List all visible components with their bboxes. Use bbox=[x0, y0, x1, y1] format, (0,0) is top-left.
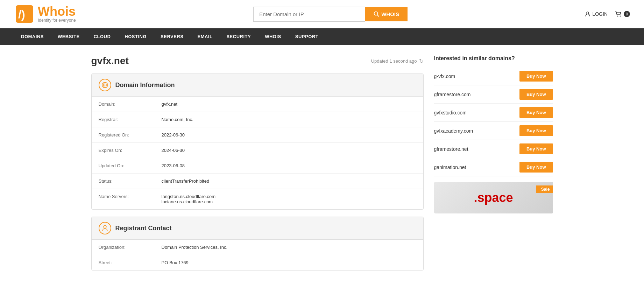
svg-point-5 bbox=[617, 16, 618, 17]
similar-domain-name-4: gframestore.net bbox=[434, 146, 468, 152]
sale-banner[interactable]: Sale .space bbox=[434, 182, 553, 213]
nav-item-security[interactable]: SECURITY bbox=[219, 28, 258, 45]
similar-domain-row-0: g-vfx.com Buy Now bbox=[434, 67, 553, 85]
globe-icon bbox=[101, 82, 108, 89]
domain-info-title: Domain Information bbox=[115, 82, 175, 89]
updated-text: Updated 1 second ago ↻ bbox=[371, 58, 424, 64]
similar-domain-name-0: g-vfx.com bbox=[434, 73, 455, 79]
info-row-updated-on: Updated On: 2023-06-08 bbox=[92, 158, 423, 174]
nav-item-servers[interactable]: SERVERS bbox=[154, 28, 190, 45]
domain-title-row: gvfx.net Updated 1 second ago ↻ bbox=[91, 55, 424, 66]
svg-point-11 bbox=[104, 225, 106, 228]
nav-item-email[interactable]: EMAIL bbox=[190, 28, 219, 45]
logo-area: /) Whois Identity for everyone bbox=[14, 3, 76, 24]
header: /) Whois Identity for everyone WHOIS LOG… bbox=[0, 0, 644, 28]
buy-now-button-4[interactable]: Buy Now bbox=[519, 143, 553, 154]
person-icon bbox=[101, 225, 108, 232]
info-row-street: Street: PO Box 1769 bbox=[92, 255, 423, 270]
similar-domain-row-2: gvfxstudio.com Buy Now bbox=[434, 104, 553, 122]
search-area: WHOIS bbox=[253, 7, 408, 22]
similar-domain-row-1: gframestore.com Buy Now bbox=[434, 85, 553, 104]
cart-count: 0 bbox=[624, 11, 630, 17]
main-nav: DOMAINS WEBSITE CLOUD HOSTING SERVERS EM… bbox=[0, 28, 644, 45]
nav-item-support[interactable]: SUPPORT bbox=[288, 28, 325, 45]
similar-domains-title: Interested in similar domains? bbox=[434, 55, 553, 62]
nav-item-hosting[interactable]: HOSTING bbox=[118, 28, 154, 45]
search-button[interactable]: WHOIS bbox=[365, 7, 408, 21]
similar-domain-name-2: gvfxstudio.com bbox=[434, 110, 467, 115]
domain-info-icon bbox=[99, 79, 111, 91]
info-row-registrar: Registrar: Name.com, Inc. bbox=[92, 112, 423, 127]
info-row-organization: Organization: Domain Protection Services… bbox=[92, 240, 423, 255]
user-icon bbox=[585, 11, 590, 17]
similar-domain-row-4: gframestore.net Buy Now bbox=[434, 140, 553, 158]
svg-text:/): /) bbox=[18, 8, 25, 21]
logo-whois-text: Whois bbox=[38, 5, 76, 18]
info-row-registered-on: Registered On: 2022-06-30 bbox=[92, 127, 423, 143]
right-column: Interested in similar domains? g-vfx.com… bbox=[434, 55, 553, 278]
svg-line-3 bbox=[377, 15, 379, 17]
nav-item-cloud[interactable]: CLOUD bbox=[87, 28, 118, 45]
nav-item-website[interactable]: WEBSITE bbox=[51, 28, 87, 45]
registrant-icon bbox=[99, 222, 111, 234]
buy-now-button-0[interactable]: Buy Now bbox=[519, 71, 553, 82]
cart-button[interactable]: 0 bbox=[615, 10, 630, 18]
info-row-expires-on: Expires On: 2024-06-30 bbox=[92, 143, 423, 158]
search-input[interactable] bbox=[253, 7, 365, 22]
search-icon bbox=[374, 11, 379, 17]
domain-info-header: Domain Information bbox=[92, 74, 423, 97]
buy-now-button-1[interactable]: Buy Now bbox=[519, 89, 553, 100]
nav-item-whois[interactable]: WHOIS bbox=[258, 28, 288, 45]
info-row-status: Status: clientTransferProhibited bbox=[92, 174, 423, 189]
registrant-contact-title: Registrant Contact bbox=[115, 225, 172, 232]
info-row-name-servers: Name Servers: langston.ns.cloudflare.com… bbox=[92, 189, 423, 209]
domain-title: gvfx.net bbox=[91, 55, 129, 66]
registrant-contact-header: Registrant Contact bbox=[92, 217, 423, 240]
registrant-contact-card: Registrant Contact Organization: Domain … bbox=[91, 217, 424, 271]
sale-badge: Sale bbox=[536, 185, 553, 193]
buy-now-button-2[interactable]: Buy Now bbox=[519, 107, 553, 118]
domain-info-body: Domain: gvfx.net Registrar: Name.com, In… bbox=[92, 97, 423, 209]
similar-domain-name-3: gvfxacademy.com bbox=[434, 128, 473, 134]
logo-text: Whois Identity for everyone bbox=[38, 5, 76, 23]
similar-domain-row-5: ganimation.net Buy Now bbox=[434, 158, 553, 176]
similar-domain-row-3: gvfxacademy.com Buy Now bbox=[434, 122, 553, 140]
svg-point-6 bbox=[620, 16, 621, 17]
buy-now-button-3[interactable]: Buy Now bbox=[519, 125, 553, 136]
svg-point-4 bbox=[587, 12, 589, 14]
login-label: LOGIN bbox=[592, 11, 608, 17]
refresh-icon[interactable]: ↻ bbox=[419, 58, 424, 64]
buy-now-button-5[interactable]: Buy Now bbox=[519, 162, 553, 173]
header-right: LOGIN 0 bbox=[585, 10, 630, 18]
similar-domain-name-1: gframestore.com bbox=[434, 92, 471, 97]
left-column: gvfx.net Updated 1 second ago ↻ Doma bbox=[91, 55, 424, 278]
sale-domain-text: .space bbox=[474, 190, 513, 205]
info-row-domain: Domain: gvfx.net bbox=[92, 97, 423, 112]
logo-icon: /) bbox=[14, 3, 35, 24]
logo-tagline: Identity for everyone bbox=[38, 18, 76, 23]
cart-icon bbox=[615, 10, 622, 18]
main-content: gvfx.net Updated 1 second ago ↻ Doma bbox=[77, 45, 567, 288]
domain-info-card: Domain Information Domain: gvfx.net Regi… bbox=[91, 73, 424, 210]
similar-domain-name-5: ganimation.net bbox=[434, 164, 466, 170]
registrant-contact-body: Organization: Domain Protection Services… bbox=[92, 240, 423, 270]
login-button[interactable]: LOGIN bbox=[585, 11, 608, 17]
nav-item-domains[interactable]: DOMAINS bbox=[14, 28, 51, 45]
